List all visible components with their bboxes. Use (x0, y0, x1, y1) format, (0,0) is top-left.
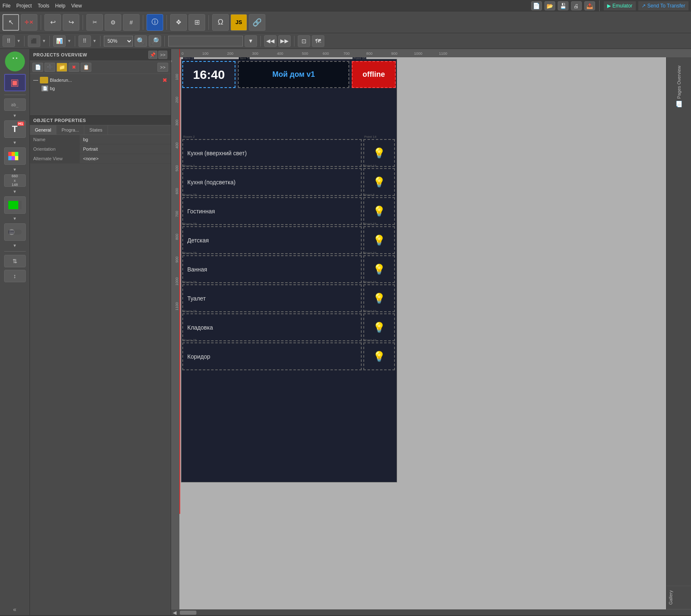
room-widget-5[interactable]: Room 25 Туалет (182, 284, 362, 312)
time-widget[interactable]: Item 2 16:40 (182, 61, 235, 88)
chart-tool[interactable]: 📊 (53, 35, 66, 47)
text-h1-btn[interactable]: T H1 (4, 120, 26, 138)
red-tool[interactable]: ⬛ (28, 35, 40, 47)
room-icon-2[interactable]: Point 5 💡 (363, 197, 395, 225)
link-btn[interactable]: 🔗 (249, 14, 265, 31)
zoom-select[interactable]: 25% 50% 75% 100% (104, 36, 133, 46)
gallery-btn[interactable]: Gallery (666, 586, 691, 609)
js-btn[interactable]: JS (230, 14, 247, 31)
room-widget-4[interactable]: Room 25 Ванная (182, 255, 362, 283)
room-widget-0[interactable]: Room 2 Кухня (вверхний свет) (182, 139, 362, 167)
horizontal-scrollbar[interactable]: ◀ (171, 609, 691, 615)
proj-folder-btn[interactable]: 📁 (56, 63, 67, 72)
canvas-scroll[interactable]: Item 2 16:40 Item 5 Мой дом v1 (179, 57, 666, 609)
omega-btn[interactable]: Ω (212, 14, 229, 31)
ab-arrow[interactable]: ▼ (13, 113, 17, 118)
room-icon-3[interactable]: Point 15 💡 (363, 226, 395, 254)
dropdown-arrow3[interactable]: ▼ (67, 39, 71, 43)
room-widget-1[interactable]: Room 3 Кухня (подсветка) (182, 168, 362, 196)
arrows-btn[interactable]: ↕ (4, 270, 26, 282)
proj-add-btn[interactable]: ➕ (44, 63, 55, 72)
color-btn[interactable] (4, 147, 26, 165)
room-icon-7[interactable]: Point 24 💡 (363, 342, 395, 370)
dot-tool2[interactable]: ⠿ (78, 35, 91, 47)
save-as-btn[interactable]: 🖨 (571, 1, 582, 10)
title-widget[interactable]: Item 5 Мой дом v1 (238, 61, 349, 88)
size-btn[interactable]: 660x148 (4, 174, 26, 187)
toggle-btn[interactable]: ○— (4, 223, 26, 241)
tree-bg-item[interactable]: 📄 bg (30, 85, 171, 92)
room-icon-4[interactable]: Point 24 💡 (363, 255, 395, 283)
cut-btn[interactable]: ✂ (86, 14, 103, 31)
pages-overview-btn[interactable]: 📄 Pages Overview (674, 61, 684, 112)
menu-help[interactable]: Help (55, 3, 66, 9)
panel-pin-btn[interactable]: 📌 (148, 51, 157, 59)
dropdown-arrow2[interactable]: ▼ (42, 39, 46, 43)
text-ab-btn[interactable]: ab_ (4, 98, 26, 111)
info-btn[interactable]: ⓘ (147, 14, 163, 31)
move-tool[interactable]: ✛✕ (21, 14, 37, 31)
dot-tool1[interactable]: ⠿ (2, 35, 15, 47)
zoom-out-btn[interactable]: 🔎 (149, 35, 161, 47)
scroll-thumb[interactable] (180, 611, 196, 615)
settings-btn[interactable]: ⚙ (105, 14, 121, 31)
menu-tools[interactable]: Tools (38, 3, 49, 9)
expand-btn[interactable]: ❖ (170, 14, 187, 31)
toggle-arrow[interactable]: ▼ (13, 243, 17, 248)
room-widget-7[interactable]: Room 25 Коридор (182, 342, 362, 370)
collapse-btn2[interactable]: « (13, 606, 17, 613)
prop-name-value[interactable]: bg (80, 135, 171, 144)
next-page-btn[interactable]: ▶▶ (278, 35, 291, 47)
prop-orientation-value[interactable]: Portrait (80, 144, 171, 154)
size-arrow[interactable]: ▼ (13, 189, 17, 194)
proj-delete-btn[interactable]: ✖ (69, 63, 79, 72)
prev-page-btn[interactable]: ◀◀ (264, 35, 277, 47)
t-arrow[interactable]: ▼ (13, 140, 17, 145)
collapse-btn[interactable]: ⊞ (189, 14, 205, 31)
tree-project-item[interactable]: — Bladerun... ✖ (30, 76, 171, 85)
open-btn[interactable]: 📂 (544, 1, 555, 10)
room-icon-5[interactable]: Point 24 💡 (363, 284, 395, 312)
selection-tool-btn[interactable]: ▣ (4, 74, 26, 91)
undo-btn[interactable]: ↩ (44, 14, 61, 31)
dropdown-arrow1[interactable]: ▼ (17, 39, 21, 43)
close-project-icon[interactable]: ✖ (162, 77, 167, 83)
transfer-button[interactable]: ↗ Send To Transfer (638, 1, 689, 10)
menu-view[interactable]: View (71, 3, 82, 9)
dropdown-arrow4[interactable]: ▼ (93, 39, 97, 43)
green-arrow[interactable]: ▼ (13, 216, 17, 221)
room-widget-2[interactable]: Room 25 Гостинная (182, 197, 362, 225)
tab-program[interactable]: Progra... (56, 125, 84, 134)
nav-btn[interactable]: 🗺 (312, 35, 324, 47)
dropdown-coord[interactable]: ▼ (245, 35, 257, 47)
proj-new-btn[interactable]: 📄 (32, 63, 43, 72)
menu-project[interactable]: Project (16, 3, 32, 9)
emulator-button[interactable]: ▶ Emulator (604, 1, 636, 10)
zoom-in-btn[interactable]: 🔍 (135, 35, 147, 47)
redo-btn[interactable]: ↪ (63, 14, 79, 31)
prop-altview-value[interactable]: <none> (80, 154, 171, 163)
sort-btn[interactable]: ⇅ (4, 255, 26, 267)
tab-general[interactable]: General (30, 125, 56, 134)
room-widget-6[interactable]: Room 25 Кладовка (182, 313, 362, 341)
status-widget[interactable]: Point 35 offline (352, 61, 396, 88)
room-icon-1[interactable]: Point 14 💡 (363, 168, 395, 196)
color-arrow[interactable]: ▼ (13, 167, 17, 172)
grid-btn[interactable]: # (123, 14, 140, 31)
export-btn[interactable]: 📤 (584, 1, 595, 10)
menu-file[interactable]: File (2, 3, 10, 9)
new-btn[interactable]: 📄 (531, 1, 542, 10)
select-tool[interactable]: ↖ (2, 14, 19, 31)
scroll-left-btn[interactable]: ◀ (171, 610, 178, 616)
fit-page-btn[interactable]: ⊡ (298, 35, 310, 47)
green-btn[interactable] (4, 196, 26, 214)
panel-expand-btn[interactable]: >> (158, 51, 167, 59)
save-btn[interactable]: 💾 (558, 1, 568, 10)
room-icon-6[interactable]: Point 24 💡 (363, 313, 395, 341)
room-icon-0[interactable]: Point 14 💡 (363, 139, 395, 167)
proj-more-btn[interactable]: >> (157, 63, 168, 72)
room-widget-3[interactable]: Room 25 Детская (182, 226, 362, 254)
coord-input[interactable] (168, 36, 243, 46)
proj-copy-btn[interactable]: 📋 (81, 63, 91, 72)
tab-states[interactable]: States (84, 125, 108, 134)
